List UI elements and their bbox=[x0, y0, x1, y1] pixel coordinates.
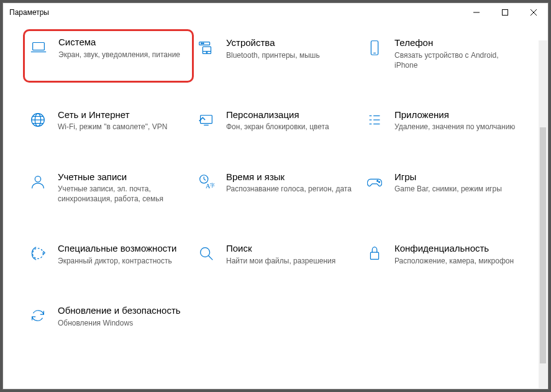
tile-title: Поиск bbox=[226, 242, 355, 255]
tile-subtitle: Bluetooth, принтеры, мышь bbox=[226, 50, 355, 60]
tile-privacy[interactable]: Конфиденциальность Расположение, камера,… bbox=[362, 239, 526, 270]
scrollbar[interactable] bbox=[539, 40, 547, 388]
svg-point-27 bbox=[35, 176, 40, 181]
settings-grid: Система Экран, звук, уведомления, питани… bbox=[25, 33, 526, 332]
tile-apps[interactable]: Приложения Удаление, значения по умолчан… bbox=[362, 105, 526, 136]
svg-point-11 bbox=[206, 52, 207, 53]
tile-subtitle: Учетные записи, эл. почта, синхронизация… bbox=[58, 184, 186, 204]
tile-title: Конфиденциальность bbox=[394, 242, 523, 255]
globe-icon bbox=[28, 110, 48, 130]
tile-subtitle: Game Bar, снимки, режим игры bbox=[394, 184, 523, 194]
tile-title: Устройства bbox=[226, 37, 355, 49]
tile-search[interactable]: Поиск Найти мои файлы, разрешения bbox=[194, 239, 357, 270]
tile-network[interactable]: Сеть и Интернет Wi-Fi, режим "в самолете… bbox=[25, 105, 189, 136]
search-icon bbox=[196, 244, 216, 263]
tile-personalization[interactable]: Персонализация Фон, экран блокировки, цв… bbox=[194, 105, 357, 136]
tile-title: Учетные записи bbox=[58, 171, 186, 183]
svg-line-37 bbox=[209, 256, 213, 260]
tile-system[interactable]: Система Экран, звук, уведомления, питани… bbox=[23, 29, 194, 83]
phone-icon bbox=[365, 38, 385, 58]
tile-title: Телефон bbox=[394, 37, 523, 49]
tile-title: Персонализация bbox=[226, 109, 355, 121]
svg-point-35 bbox=[33, 248, 43, 259]
minimize-button[interactable] bbox=[462, 3, 491, 22]
tile-title: Время и язык bbox=[226, 171, 355, 183]
tile-title: Приложения bbox=[394, 109, 523, 121]
svg-rect-19 bbox=[201, 115, 212, 123]
tile-title: Система bbox=[58, 36, 186, 48]
devices-icon bbox=[196, 38, 216, 58]
close-button[interactable] bbox=[519, 3, 548, 22]
tile-title: Специальные возможности bbox=[58, 242, 186, 255]
maximize-button[interactable] bbox=[491, 3, 519, 22]
tile-subtitle: Экран, звук, уведомления, питание bbox=[58, 50, 186, 60]
tile-subtitle: Найти мои файлы, разрешения bbox=[226, 256, 355, 266]
tile-subtitle: Wi-Fi, режим "в самолете", VPN bbox=[58, 122, 186, 132]
svg-point-36 bbox=[201, 248, 210, 257]
svg-line-30 bbox=[204, 179, 206, 180]
scroll-thumb[interactable] bbox=[540, 127, 546, 363]
svg-point-33 bbox=[377, 180, 378, 181]
window-buttons bbox=[462, 3, 548, 22]
svg-text:字: 字 bbox=[210, 182, 215, 188]
tile-subtitle: Обновления Windows bbox=[58, 318, 186, 328]
svg-point-34 bbox=[379, 181, 380, 183]
laptop-icon bbox=[29, 37, 48, 57]
tile-title: Сеть и Интернет bbox=[58, 109, 186, 121]
apps-icon bbox=[365, 110, 385, 130]
svg-point-8 bbox=[203, 43, 204, 44]
tile-accessibility[interactable]: Специальные возможности Экранный диктор,… bbox=[25, 239, 189, 270]
tile-title: Обновление и безопасность bbox=[58, 304, 186, 317]
tile-title: Игры bbox=[394, 171, 523, 183]
settings-window: Параметры Система Экран, звук, уведомл bbox=[2, 2, 549, 390]
tile-subtitle: Фон, экран блокировки, цвета bbox=[226, 122, 355, 132]
personalization-icon bbox=[196, 110, 216, 130]
tile-subtitle: Распознавание голоса, регион, дата bbox=[226, 184, 355, 194]
accessibility-icon bbox=[28, 244, 48, 263]
tile-subtitle: Удаление, значения по умолчанию bbox=[394, 122, 523, 132]
tile-update[interactable]: Обновление и безопасность Обновления Win… bbox=[25, 301, 189, 332]
tile-gaming[interactable]: Игры Game Bar, снимки, режим игры bbox=[362, 167, 526, 208]
tile-accounts[interactable]: Учетные записи Учетные записи, эл. почта… bbox=[25, 167, 189, 208]
user-icon bbox=[28, 172, 48, 192]
tile-subtitle: Расположение, камера, микрофон bbox=[394, 256, 523, 266]
titlebar: Параметры bbox=[3, 3, 548, 22]
svg-point-7 bbox=[201, 43, 203, 44]
tile-time-language[interactable]: A字 Время и язык Распознавание голоса, ре… bbox=[194, 167, 357, 208]
window-title: Параметры bbox=[9, 8, 49, 17]
update-icon bbox=[28, 306, 48, 326]
tile-devices[interactable]: Устройства Bluetooth, принтеры, мышь bbox=[194, 33, 357, 74]
time-language-icon: A字 bbox=[196, 172, 216, 192]
tile-subtitle: Связать устройство с Android, iPhone bbox=[394, 50, 523, 70]
tile-subtitle: Экранный диктор, контрастность bbox=[58, 256, 186, 266]
lock-icon bbox=[365, 244, 385, 263]
tile-phone[interactable]: Телефон Связать устройство с Android, iP… bbox=[362, 33, 526, 74]
svg-rect-1 bbox=[503, 10, 508, 16]
gamepad-icon bbox=[365, 172, 385, 192]
settings-content: Система Экран, звук, уведомления, питани… bbox=[3, 22, 548, 389]
svg-rect-4 bbox=[33, 43, 45, 50]
svg-rect-38 bbox=[370, 253, 378, 260]
